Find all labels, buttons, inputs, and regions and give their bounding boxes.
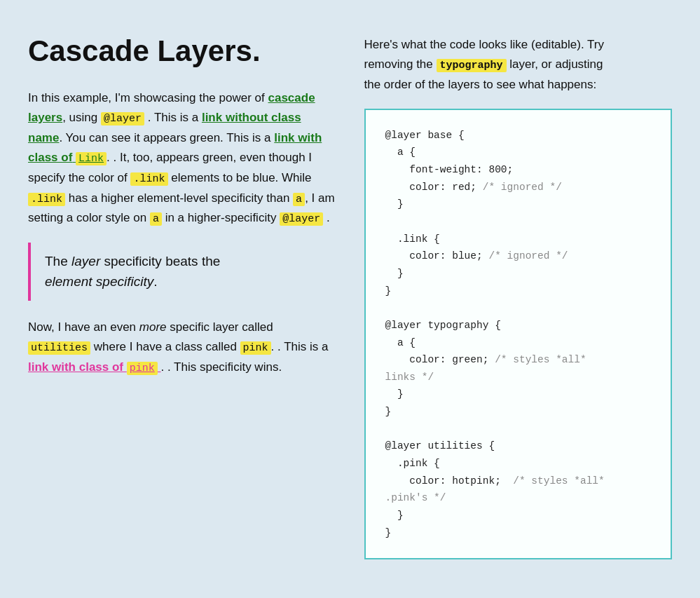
- a-code-2: a: [150, 212, 162, 226]
- right-intro: Here's what the code looks like (editabl…: [364, 35, 673, 95]
- layer-code-2: @layer: [280, 212, 323, 226]
- link-code-hl: Link: [76, 152, 107, 165]
- intro-text: In this example, I'm showcasing the powe…: [28, 91, 265, 104]
- pink-code: pink: [240, 341, 271, 355]
- typography-highlight: typography: [437, 59, 507, 72]
- utilities-code: utilities: [28, 341, 90, 355]
- paragraph-1: In this example, I'm showcasing the powe…: [28, 88, 336, 229]
- code-line-1: @layer base { a { font-weight: 800; colo…: [385, 130, 605, 538]
- page-layout: Cascade Layers. In this example, I'm sho…: [28, 28, 672, 559]
- blockquote: The layer specificity beats the element …: [28, 243, 336, 301]
- pink-link-code: pink: [127, 362, 158, 375]
- layer-code-1: @layer: [101, 112, 144, 125]
- left-column: Cascade Layers. In this example, I'm sho…: [28, 28, 336, 559]
- pink-link[interactable]: link with class of pink: [28, 360, 161, 374]
- a-code-1: a: [293, 193, 305, 206]
- page-title: Cascade Layers.: [28, 35, 336, 67]
- body-text: In this example, I'm showcasing the powe…: [28, 88, 336, 377]
- link-code-3: .link: [28, 193, 65, 206]
- link-code-2: .link: [130, 172, 167, 186]
- paragraph-2: Now, I have an even more specific layer …: [28, 318, 336, 378]
- right-intro-p: Here's what the code looks like (editabl…: [364, 35, 673, 95]
- code-editor[interactable]: @layer base { a { font-weight: 800; colo…: [364, 109, 673, 559]
- right-column: Here's what the code looks like (editabl…: [364, 28, 673, 559]
